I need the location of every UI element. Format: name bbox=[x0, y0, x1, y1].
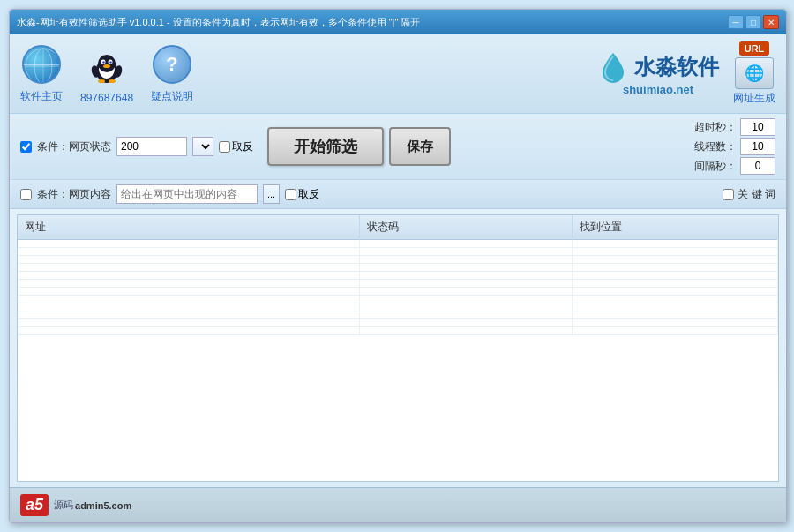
minimize-button[interactable]: ─ bbox=[728, 15, 744, 29]
condition2-row: 条件：网页内容 ... 取反 bbox=[20, 184, 319, 204]
col-header-pos: 找到位置 bbox=[573, 215, 778, 240]
keyword-area: 关 键 词 bbox=[723, 187, 775, 202]
start-button[interactable]: 开始筛选 bbox=[267, 127, 384, 166]
controls-row1: 条件：网页状态 ▼ 取反 开始筛选 保存 bbox=[10, 114, 786, 180]
timeout-label: 超时秒： bbox=[693, 120, 737, 135]
condition2-reverse: 取反 bbox=[285, 187, 319, 202]
url-badge: URL bbox=[739, 41, 770, 56]
url-gen-label: 网址生成 bbox=[733, 91, 775, 106]
table-row bbox=[18, 264, 778, 272]
condition2-browse-button[interactable]: ... bbox=[263, 184, 280, 204]
help-label: 疑点说明 bbox=[151, 89, 193, 104]
globe-icon bbox=[22, 45, 61, 84]
window-title: 水淼-网址有效性筛选助手 v1.0.0.1 - 设置的条件为真时，表示网址有效，… bbox=[17, 16, 728, 29]
nav-qq[interactable]: 897687648 bbox=[80, 46, 133, 104]
condition1-label: 条件：网页状态 bbox=[37, 139, 111, 154]
threads-input[interactable] bbox=[740, 138, 775, 155]
timeout-input[interactable] bbox=[740, 118, 775, 136]
svg-point-13 bbox=[109, 79, 116, 83]
brand-name-en: shuimiao.net bbox=[623, 83, 693, 96]
condition2-reverse-check[interactable] bbox=[285, 189, 296, 200]
table-header-row: 网址 状态码 找到位置 bbox=[18, 215, 778, 240]
condition2-checkbox[interactable] bbox=[20, 189, 32, 200]
table-row bbox=[18, 256, 778, 264]
titlebar: 水淼-网址有效性筛选助手 v1.0.0.1 - 设置的条件为真时，表示网址有效，… bbox=[10, 10, 786, 34]
url-icon: 🌐 bbox=[745, 64, 764, 83]
table-row bbox=[18, 303, 778, 311]
interval-input[interactable] bbox=[740, 157, 775, 175]
water-drop-icon bbox=[597, 51, 629, 83]
svg-point-10 bbox=[109, 61, 111, 63]
condition1-reverse-check[interactable] bbox=[219, 141, 230, 153]
help-icon: ? bbox=[153, 45, 191, 84]
condition2-input[interactable] bbox=[116, 184, 258, 204]
condition1-checkbox[interactable] bbox=[20, 141, 32, 153]
footer: a5 源码 admin5.com bbox=[10, 487, 786, 522]
footer-site: 源码 bbox=[54, 498, 73, 512]
keyword-checkbox[interactable] bbox=[723, 189, 734, 200]
svg-point-9 bbox=[102, 61, 104, 63]
condition2-label: 条件：网页内容 bbox=[37, 187, 111, 202]
close-button[interactable]: ✕ bbox=[763, 15, 779, 29]
table-row bbox=[18, 311, 778, 319]
main-window: 水淼-网址有效性筛选助手 v1.0.0.1 - 设置的条件为真时，表示网址有效，… bbox=[9, 9, 787, 523]
condition1-row: 条件：网页状态 ▼ 取反 bbox=[20, 137, 253, 156]
url-gen-button[interactable]: URL 🌐 网址生成 bbox=[733, 41, 775, 106]
threads-label: 线程数： bbox=[693, 139, 737, 154]
svg-point-11 bbox=[103, 64, 110, 68]
col-header-status: 状态码 bbox=[360, 215, 573, 240]
svg-point-6 bbox=[98, 55, 116, 72]
svg-point-12 bbox=[98, 79, 105, 83]
brand-area: 水淼软件 shuimiao.net bbox=[597, 51, 719, 96]
nav-help[interactable]: ? 疑点说明 bbox=[151, 43, 193, 104]
qq-label: 897687648 bbox=[80, 92, 133, 104]
header-right: 水淼软件 shuimiao.net URL 🌐 网址生成 bbox=[597, 41, 775, 106]
table-row bbox=[18, 248, 778, 256]
settings-group: 超时秒： 线程数： 间隔秒： bbox=[693, 118, 775, 175]
qq-icon bbox=[87, 48, 126, 86]
maximize-button[interactable]: □ bbox=[745, 15, 761, 29]
footer-logo: a5 源码 bbox=[20, 494, 73, 516]
keyword-row: 关 键 词 bbox=[723, 187, 775, 202]
condition1-select[interactable]: ▼ bbox=[192, 137, 213, 156]
data-table-container: 网址 状态码 找到位置 bbox=[17, 214, 779, 482]
brand-name-cn: 水淼软件 bbox=[634, 53, 719, 81]
nav-bar: 软件主页 bbox=[20, 43, 193, 104]
content-area: 软件主页 bbox=[10, 34, 786, 522]
table-row bbox=[18, 272, 778, 280]
table-row bbox=[18, 288, 778, 296]
header: 软件主页 bbox=[10, 34, 786, 114]
controls-wrapper: 条件：网页状态 ▼ 取反 开始筛选 保存 bbox=[10, 114, 786, 209]
footer-url: admin5.com bbox=[75, 500, 131, 511]
table-row bbox=[18, 296, 778, 303]
interval-label: 间隔秒： bbox=[693, 159, 737, 174]
controls-row2: 条件：网页内容 ... 取反 关 键 词 bbox=[10, 180, 786, 209]
home-icon bbox=[20, 43, 63, 86]
home-label: 软件主页 bbox=[20, 89, 63, 104]
action-group: 开始筛选 保存 bbox=[267, 127, 451, 166]
condition1-reverse: 取反 bbox=[219, 139, 253, 154]
nav-home[interactable]: 软件主页 bbox=[20, 43, 63, 104]
table-body bbox=[18, 240, 778, 335]
settings-col1: 超时秒： 线程数： 间隔秒： bbox=[693, 118, 775, 175]
brand-logo: 水淼软件 bbox=[597, 51, 719, 83]
col-header-url: 网址 bbox=[18, 215, 360, 240]
help-icon-container: ? bbox=[151, 43, 193, 86]
table-row bbox=[18, 240, 778, 248]
timeout-row: 超时秒： bbox=[693, 118, 775, 136]
a5-logo: a5 bbox=[20, 494, 49, 516]
table-row bbox=[18, 319, 778, 327]
threads-row: 线程数： bbox=[693, 138, 775, 155]
interval-row: 间隔秒： bbox=[693, 157, 775, 175]
qq-icon-container bbox=[86, 46, 128, 88]
data-table: 网址 状态码 找到位置 bbox=[18, 215, 778, 335]
table-row bbox=[18, 327, 778, 335]
table-row bbox=[18, 280, 778, 288]
condition1-input[interactable] bbox=[116, 137, 187, 156]
save-button[interactable]: 保存 bbox=[389, 127, 451, 166]
keyword-label: 关 键 词 bbox=[738, 187, 775, 202]
window-controls: ─ □ ✕ bbox=[728, 15, 779, 29]
url-icon-box: 🌐 bbox=[735, 57, 774, 89]
